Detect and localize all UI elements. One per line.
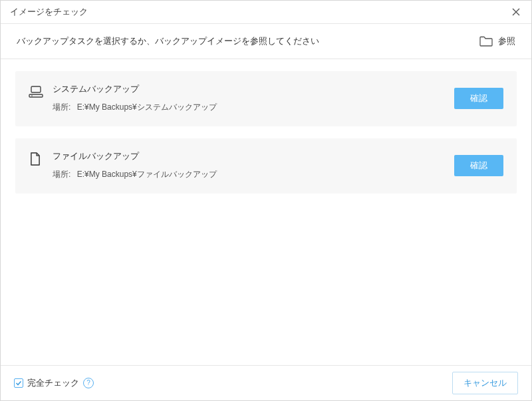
task-title: ファイルバックアップ bbox=[53, 150, 454, 162]
backup-task-file: ファイルバックアップ 場所: E:¥My Backups¥ファイルバックアップ … bbox=[15, 138, 517, 194]
backup-task-system: システムバックアップ 場所: E:¥My Backups¥システムバックアップ … bbox=[15, 71, 517, 126]
close-icon bbox=[512, 8, 520, 16]
task-location-value: E:¥My Backups¥システムバックアップ bbox=[77, 102, 217, 112]
system-backup-icon bbox=[29, 84, 43, 99]
svg-point-2 bbox=[31, 95, 33, 96]
file-backup-icon bbox=[29, 152, 43, 166]
browse-label: 参照 bbox=[498, 35, 515, 47]
confirm-button[interactable]: 確認 bbox=[454, 88, 503, 109]
full-check-label: 完全チェック bbox=[27, 377, 79, 389]
confirm-button[interactable]: 確認 bbox=[454, 155, 503, 176]
titlebar: イメージをチェック bbox=[1, 1, 531, 24]
svg-rect-0 bbox=[31, 86, 41, 92]
task-title: システムバックアップ bbox=[53, 83, 454, 95]
dialog-window: イメージをチェック バックアップタスクを選択するか、バックアップイメージを参照し… bbox=[0, 0, 532, 401]
task-location-label: 場所: bbox=[53, 102, 70, 112]
task-location-value: E:¥My Backups¥ファイルバックアップ bbox=[77, 170, 217, 179]
task-list: システムバックアップ 場所: E:¥My Backups¥システムバックアップ … bbox=[1, 59, 531, 365]
folder-icon bbox=[479, 36, 493, 47]
help-button[interactable]: ? bbox=[83, 378, 94, 388]
svg-rect-1 bbox=[29, 94, 43, 97]
task-location: 場所: E:¥My Backups¥システムバックアップ bbox=[53, 102, 454, 113]
instruction-text: バックアップタスクを選択するか、バックアップイメージを参照してください bbox=[17, 35, 319, 47]
full-check-checkbox[interactable]: 完全チェック bbox=[14, 377, 79, 389]
help-icon: ? bbox=[86, 380, 90, 386]
task-location-label: 場所: bbox=[53, 170, 70, 179]
checkbox-icon bbox=[14, 378, 23, 388]
task-text-block: システムバックアップ 場所: E:¥My Backups¥システムバックアップ bbox=[53, 83, 454, 113]
close-button[interactable] bbox=[510, 6, 522, 18]
window-title: イメージをチェック bbox=[10, 6, 88, 18]
cancel-button[interactable]: キャンセル bbox=[452, 372, 518, 394]
browse-button[interactable]: 参照 bbox=[479, 35, 515, 47]
instruction-bar: バックアップタスクを選択するか、バックアップイメージを参照してください 参照 bbox=[1, 24, 531, 59]
footer: 完全チェック ? キャンセル bbox=[1, 365, 531, 400]
task-text-block: ファイルバックアップ 場所: E:¥My Backups¥ファイルバックアップ bbox=[53, 150, 454, 180]
task-location: 場所: E:¥My Backups¥ファイルバックアップ bbox=[53, 169, 454, 180]
